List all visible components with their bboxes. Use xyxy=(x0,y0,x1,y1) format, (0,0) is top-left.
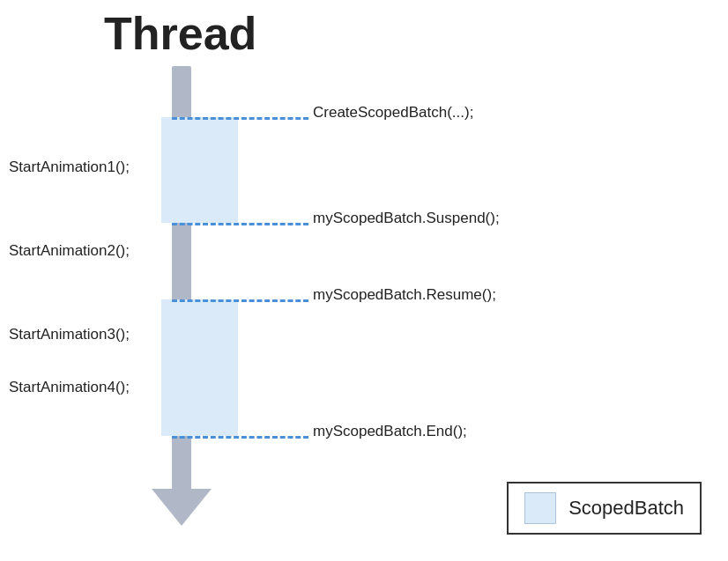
dashed-line-suspend xyxy=(172,223,308,225)
scoped-batch-rect-1 xyxy=(161,117,238,223)
dashed-line-create xyxy=(172,117,308,120)
label-resume: myScopedBatch.Resume(); xyxy=(313,286,496,304)
dashed-line-end xyxy=(172,436,308,439)
label-start-animation-1: StartAnimation1(); xyxy=(9,159,130,176)
thread-arrow xyxy=(152,489,212,526)
label-end: myScopedBatch.End(); xyxy=(313,423,467,440)
label-create-scoped-batch: CreateScopedBatch(...); xyxy=(313,104,473,122)
scoped-batch-rect-2 xyxy=(161,299,238,436)
label-start-animation-2: StartAnimation2(); xyxy=(9,242,130,260)
diagram-container: Thread CreateScopedBatch(...); myScopedB… xyxy=(0,0,728,561)
label-start-animation-4: StartAnimation4(); xyxy=(9,379,130,396)
label-start-animation-3: StartAnimation3(); xyxy=(9,326,130,343)
page-title: Thread xyxy=(104,7,256,60)
legend-rect xyxy=(524,492,556,524)
legend: ScopedBatch xyxy=(507,482,702,535)
legend-label: ScopedBatch xyxy=(568,497,684,520)
dashed-line-resume xyxy=(172,299,308,302)
label-suspend: myScopedBatch.Suspend(); xyxy=(313,210,500,227)
